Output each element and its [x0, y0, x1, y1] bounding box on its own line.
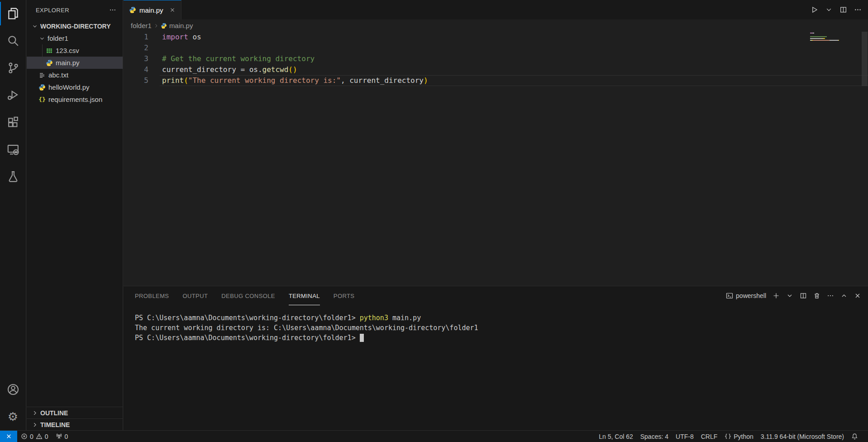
activity-bar-item-remote-explorer[interactable] [0, 136, 26, 163]
tree-item-123-csv[interactable]: 123.csv [27, 44, 123, 57]
kill-terminal-button[interactable] [813, 292, 820, 299]
panel-tab-debug-console[interactable]: DEBUG CONSOLE [221, 286, 275, 305]
sidebar-title: EXPLORER [36, 7, 69, 14]
code-token: , current_directory [341, 76, 424, 85]
activity-bar-item-explorer[interactable] [0, 0, 26, 27]
breadcrumb-item-folder1[interactable]: folder1 [131, 22, 152, 29]
tree-item-abc-txt[interactable]: abc.txt [27, 69, 123, 81]
tree-item-folder1[interactable]: folder1 [27, 32, 123, 44]
problems-status[interactable]: 00 [17, 431, 52, 442]
remote-indicator[interactable] [0, 431, 17, 442]
breadcrumb-label: main.py [169, 22, 193, 29]
code-line-1[interactable]: 1import os [124, 32, 868, 43]
split-editor-button[interactable] [839, 6, 847, 14]
code-token: ) [424, 76, 428, 85]
status-text: Spaces: 4 [640, 433, 668, 440]
vscode-window: { "colors": { "accent": "#0078d4", "edit… [0, 0, 868, 442]
shell-label: powershell [736, 292, 766, 299]
code-token: () [288, 65, 297, 74]
panel-tab-ports[interactable]: PORTS [334, 286, 355, 305]
indentation[interactable]: Spaces: 4 [637, 431, 672, 442]
activity-bar-item-source-control[interactable] [0, 54, 26, 82]
line-text: print("The current working directory is:… [162, 75, 428, 86]
encoding[interactable]: UTF-8 [672, 431, 697, 442]
panel-more-actions[interactable] [827, 292, 834, 299]
bottom-panel: PROBLEMSOUTPUTDEBUG CONSOLETERMINALPORTS… [124, 286, 868, 430]
run-dropdown[interactable] [825, 6, 833, 14]
python-icon [46, 59, 53, 67]
activity-bar-item-testing[interactable] [0, 163, 26, 190]
terminal-launch-dropdown[interactable] [786, 292, 793, 299]
terminal-line-3: PS C:\Users\aamna\Documents\working-dire… [135, 333, 868, 343]
editor-tab-main-py[interactable]: main.py [124, 0, 181, 19]
python-icon [38, 84, 46, 91]
code-line-4[interactable]: 4current_directory = os.getcwd() [124, 64, 868, 75]
editor-scrollbar[interactable] [862, 32, 868, 86]
panel-tab-problems[interactable]: PROBLEMS [135, 286, 169, 305]
more-icon [827, 292, 834, 299]
terminal[interactable]: PS C:\Users\aamna\Documents\working-dire… [124, 305, 868, 343]
chevron-right-icon [31, 409, 38, 417]
explorer-more-actions-icon[interactable] [109, 6, 116, 14]
csv-icon [46, 47, 53, 54]
minimap[interactable] [810, 33, 842, 42]
tree-section-working-directory[interactable]: WORKING-DIRECTORY [27, 20, 123, 32]
breadcrumb-item-main-py[interactable]: main.py [161, 22, 193, 29]
code-line-3[interactable]: 3# Get the current working directory [124, 53, 868, 64]
sidebar-section-timeline[interactable]: TIMELINE [27, 418, 123, 430]
terminal-text: The current working directory is: C:\Use… [135, 324, 478, 332]
status-text: Python [734, 433, 754, 440]
terminal-text: PS C:\Users\aamna\Documents\working-dire… [135, 314, 360, 322]
run-button[interactable] [811, 6, 818, 14]
tree-item-main-py[interactable]: main.py [27, 57, 123, 69]
split-terminal-button[interactable] [800, 292, 807, 299]
line-number[interactable]: 4 [124, 64, 148, 75]
code-line-5[interactable]: 5print("The current working directory is… [124, 75, 868, 86]
line-number[interactable]: 5 [124, 75, 148, 86]
status-count: 0 [45, 433, 48, 440]
bell-icon [851, 433, 858, 440]
tree-item-requirements-json[interactable]: {}requirements.json [27, 93, 123, 106]
python-icon [161, 23, 167, 29]
minimap-segment [813, 33, 814, 34]
cursor-position[interactable]: Ln 5, Col 62 [595, 431, 637, 442]
panel-tab-terminal[interactable]: TERMINAL [289, 286, 320, 305]
line-number[interactable]: 2 [124, 43, 148, 53]
extensions-icon [7, 116, 19, 129]
breadcrumb-label: folder1 [131, 22, 152, 29]
line-number[interactable]: 1 [124, 32, 148, 43]
activity-bar-item-extensions[interactable] [0, 109, 26, 136]
close-panel-button[interactable] [854, 292, 861, 299]
notifications-bell[interactable] [848, 431, 862, 442]
code-line-2[interactable]: 2 [124, 43, 868, 53]
activity-bar-item-search[interactable] [0, 27, 26, 54]
code-editor[interactable]: 1import os23# Get the current working di… [124, 32, 868, 286]
ports-status[interactable]: 0 [52, 431, 72, 442]
tree-item-helloworld-py[interactable]: helloWorld.py [27, 81, 123, 93]
tab-close-icon[interactable] [169, 7, 176, 13]
activity-bar-item-run-and-debug[interactable] [0, 82, 26, 109]
maximize-panel-button[interactable] [840, 292, 848, 299]
line-number[interactable]: 3 [124, 53, 148, 64]
terminal-shell-tab[interactable]: powershell [726, 292, 766, 299]
panel-tab-output[interactable]: OUTPUT [182, 286, 208, 305]
eol-sequence[interactable]: CRLF [697, 431, 721, 442]
new-terminal-button[interactable] [773, 292, 780, 299]
braces-icon [725, 433, 731, 440]
search-icon [7, 34, 19, 47]
gear-icon: ⚙ [8, 411, 18, 423]
chevron-down-icon [31, 23, 38, 30]
tree-item-label: WORKING-DIRECTORY [40, 23, 111, 30]
activity-bar-item-accounts[interactable] [0, 376, 26, 403]
status-text: Ln 5, Col 62 [599, 433, 633, 440]
editor-more-actions[interactable] [854, 6, 862, 14]
language-mode[interactable]: Python [721, 431, 757, 442]
sidebar-section-outline[interactable]: OUTLINE [27, 407, 123, 418]
code-token: current_directory = os. [162, 65, 262, 74]
tree-item-label: requirements.json [48, 96, 102, 103]
activity-bar-item-settings[interactable]: ⚙ [0, 403, 26, 430]
code-token: "The current working directory is:" [188, 76, 341, 85]
text-icon [38, 72, 46, 79]
chevron-right-icon [31, 421, 38, 428]
python-interpreter[interactable]: 3.11.9 64-bit (Microsoft Store) [757, 431, 848, 442]
